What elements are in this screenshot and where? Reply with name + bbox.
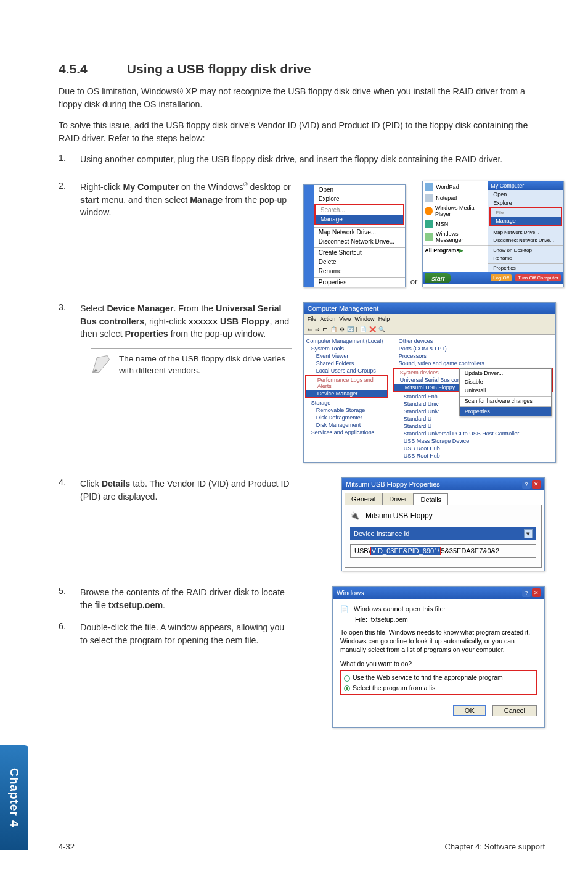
rmenu-disconnect[interactable]: Disconnect Network Drive...	[488, 236, 563, 244]
rmenu-explore[interactable]: Explore	[488, 199, 563, 207]
my-computer-title: My Computer	[488, 181, 563, 190]
submenu-disable[interactable]: Disable	[460, 377, 551, 386]
menu-search[interactable]: Search...	[316, 205, 403, 215]
properties-dialog: Mitsumi USB Floppy Properties ?✕ General…	[341, 477, 545, 571]
devmgr-title: Computer Management	[308, 305, 379, 312]
context-submenu: Update Driver... Disable Uninstall Scan …	[459, 368, 552, 416]
close-icon[interactable]: ✕	[532, 588, 541, 597]
submenu-update[interactable]: Update Driver...	[460, 369, 551, 377]
device-manager-node[interactable]: Device Manager	[306, 390, 387, 397]
usb-device-icon: 🔌	[350, 511, 359, 520]
start-button[interactable]: start	[425, 273, 451, 283]
devmgr-menubar: File Action View Window Help	[304, 314, 555, 324]
device-instance-value: USB\VID_03EE&PID_6901\5&35EDA8E7&0&2	[350, 544, 536, 558]
note-text: The name of the USB floppy disk drive va…	[119, 353, 292, 377]
openwith-prompt: What do you want to do?	[340, 660, 537, 667]
chapter-label: Chapter 4: Software support	[444, 842, 545, 851]
step-5-text: Browse the contents of the RAID driver d…	[80, 586, 292, 611]
step-6-number: 6.	[59, 621, 80, 646]
heading-title: Using a USB floppy disk drive	[127, 62, 311, 76]
logoff-button[interactable]: Log Off	[491, 274, 512, 281]
menu-explore[interactable]: Explore	[314, 194, 405, 204]
chapter-side-tab: Chapter 4	[0, 745, 28, 850]
step-4-number: 4.	[59, 477, 80, 503]
heading-number: 4.5.4	[59, 62, 123, 76]
help-icon[interactable]: ?	[522, 588, 531, 597]
step-1-number: 1.	[59, 153, 80, 166]
submenu-scan[interactable]: Scan for hardware changes	[460, 396, 551, 405]
note-block: The name of the USB floppy disk drive va…	[91, 348, 292, 382]
rmenu-properties[interactable]: Properties	[488, 263, 563, 272]
step-6-text: Double-click the file. A window appears,…	[80, 621, 292, 646]
device-manager-window: Computer Management File Action View Win…	[303, 302, 556, 463]
help-icon[interactable]: ?	[522, 480, 531, 489]
step-2-text: Right-click My Computer on the Windows® …	[80, 181, 292, 219]
cancel-button[interactable]: Cancel	[492, 705, 537, 716]
menu-manage[interactable]: Manage	[316, 215, 403, 224]
menu-delete[interactable]: Delete	[314, 257, 405, 266]
propdlg-title: Mitsumi USB Floppy Properties	[346, 481, 440, 488]
section-heading: 4.5.4 Using a USB floppy disk drive	[59, 62, 545, 76]
page-number: 4-32	[59, 842, 75, 851]
menu-map-drive[interactable]: Map Network Drive...	[314, 227, 405, 237]
step-3-number: 3.	[59, 302, 80, 340]
start-menu-screenshot: WordPad Notepad Windows Media Player MSN…	[422, 181, 564, 287]
intro-para-2: To solve this issue, add the USB floppy …	[59, 119, 545, 144]
submenu-properties[interactable]: Properties	[460, 406, 551, 416]
step-5-number: 5.	[59, 586, 80, 611]
ok-button[interactable]: OK	[453, 705, 486, 716]
turnoff-button[interactable]: Turn Off Computer	[515, 274, 561, 281]
mycomputer-context-menu: Open Explore Search... Manage Map Networ…	[303, 184, 406, 287]
step-3-text: Select Device Manager. From the Universa…	[80, 302, 292, 340]
openwith-info: To open this file, Windows needs to know…	[340, 628, 537, 654]
tab-details[interactable]: Details	[414, 493, 448, 505]
step-4-text: Click Details tab. The Vendor ID (VID) a…	[80, 477, 292, 503]
close-icon[interactable]: ✕	[532, 480, 541, 489]
device-name: Mitsumi USB Floppy	[365, 511, 433, 520]
rmenu-rename[interactable]: Rename	[488, 254, 563, 262]
open-with-dialog: Windows ?✕ 📄 Windows cannot open this fi…	[332, 586, 545, 728]
tab-general[interactable]: General	[345, 493, 382, 505]
page-footer: 4-32 Chapter 4: Software support	[59, 838, 545, 851]
tab-driver[interactable]: Driver	[382, 493, 414, 505]
or-label: or	[410, 277, 418, 286]
device-instance-combo[interactable]: Device Instance Id ▾	[350, 527, 536, 540]
rmenu-open[interactable]: Open	[488, 190, 563, 199]
menu-create-shortcut[interactable]: Create Shortcut	[314, 247, 405, 257]
note-icon	[91, 353, 112, 377]
file-icon: 📄	[340, 605, 349, 613]
openwith-title: Windows	[337, 589, 364, 596]
rmenu-manage[interactable]: Manage	[491, 217, 561, 225]
menu-open[interactable]: Open	[314, 185, 405, 194]
chevron-down-icon[interactable]: ▾	[524, 529, 533, 538]
radio-select-from-list[interactable]: Select the program from a list	[344, 683, 533, 693]
intro-para-1: Due to OS limitation, Windows® XP may no…	[59, 85, 545, 110]
rmenu-show-desktop[interactable]: Show on Desktop	[488, 245, 563, 254]
radio-web-service[interactable]: Use the Web service to find the appropri…	[344, 672, 533, 682]
step-1-text: Using another computer, plug the USB flo…	[80, 153, 545, 166]
menu-disconnect-drive[interactable]: Disconnect Network Drive...	[314, 237, 405, 246]
rmenu-map[interactable]: Map Network Drive...	[488, 228, 563, 236]
menu-properties[interactable]: Properties	[314, 277, 405, 287]
menu-rename[interactable]: Rename	[314, 266, 405, 276]
step-2-number: 2.	[59, 181, 80, 219]
submenu-uninstall[interactable]: Uninstall	[460, 386, 551, 395]
